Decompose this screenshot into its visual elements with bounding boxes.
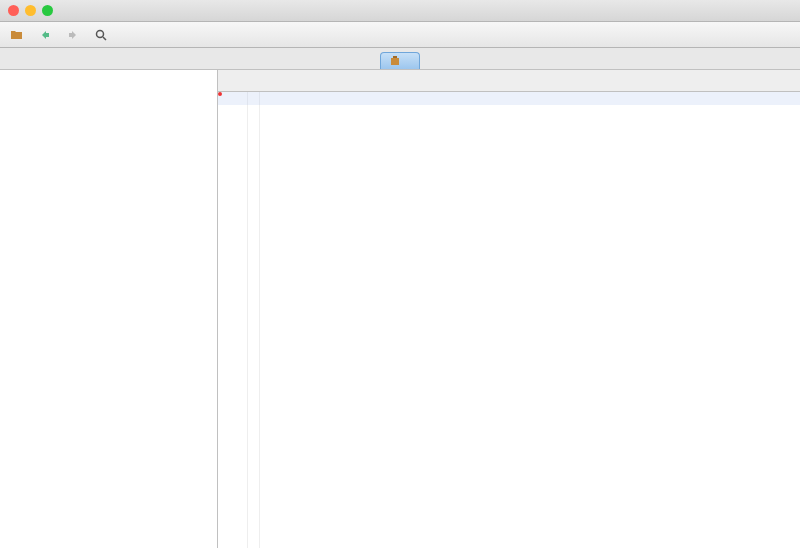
editor-tabstrip xyxy=(218,70,800,92)
svg-rect-2 xyxy=(391,58,399,65)
nav-back-button[interactable] xyxy=(34,25,56,45)
jar-tab[interactable] xyxy=(380,52,420,69)
editor-area xyxy=(218,70,800,548)
main-area xyxy=(0,70,800,548)
toolbar xyxy=(0,22,800,48)
fold-column xyxy=(248,92,260,548)
source-editor[interactable] xyxy=(218,92,800,548)
svg-point-0 xyxy=(97,30,104,37)
svg-line-1 xyxy=(103,37,106,40)
minimize-window-button[interactable] xyxy=(25,5,36,16)
highlighted-line xyxy=(218,92,800,105)
line-number-gutter xyxy=(218,92,248,548)
window-titlebar xyxy=(0,0,800,22)
nav-forward-button[interactable] xyxy=(62,25,84,45)
jar-icon xyxy=(389,55,401,67)
package-explorer[interactable] xyxy=(0,70,218,548)
close-window-button[interactable] xyxy=(8,5,19,16)
zoom-window-button[interactable] xyxy=(42,5,53,16)
jar-tabstrip xyxy=(0,48,800,70)
source-text xyxy=(260,92,266,548)
window-controls xyxy=(8,5,53,16)
svg-rect-3 xyxy=(393,56,397,58)
search-button[interactable] xyxy=(90,25,112,45)
open-file-button[interactable] xyxy=(6,25,28,45)
